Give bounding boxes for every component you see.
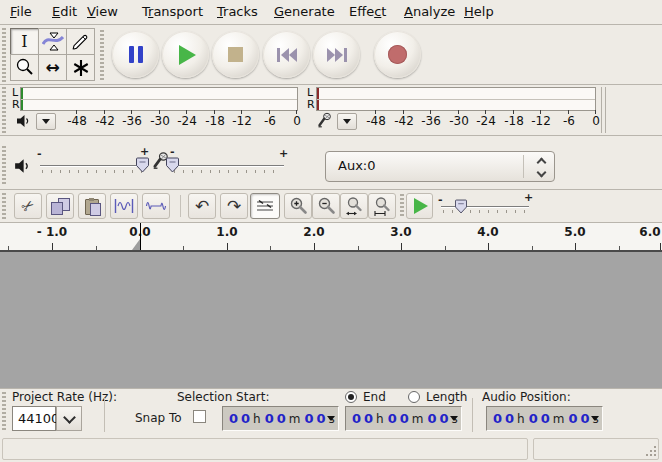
zoom-in-icon: [289, 197, 308, 215]
fit-selection-button[interactable]: [340, 193, 368, 219]
audio-position-time-field[interactable]: 00h 00m 00s: [486, 406, 603, 431]
undo-button[interactable]: ↶: [188, 193, 216, 219]
menu-generate[interactable]: Generate: [272, 0, 337, 24]
selection-start-time-field[interactable]: 00h 00m 00s: [222, 406, 339, 431]
snap-to-label: Snap To: [135, 411, 182, 425]
zoom-tool-button[interactable]: [10, 54, 39, 81]
spinner-down-icon: [538, 169, 545, 176]
toolbar-grip[interactable]: [2, 146, 6, 184]
db-label: -36: [119, 114, 145, 128]
envelope-tool-button[interactable]: [38, 28, 67, 55]
toolbar-grip[interactable]: [2, 28, 6, 82]
double-arrow-icon: ↔: [45, 59, 59, 76]
menu-help[interactable]: Help: [462, 0, 496, 24]
speed-slider-thumb[interactable]: [455, 199, 467, 214]
toolbar-grip[interactable]: [2, 87, 6, 133]
record-button[interactable]: [374, 31, 421, 78]
input-volume-slider-thumb[interactable]: [166, 157, 179, 173]
recording-meter-dropdown-button[interactable]: [337, 113, 357, 130]
db-label: -48: [363, 114, 389, 128]
db-label: -42: [92, 114, 118, 128]
toolbar-grip[interactable]: [2, 392, 6, 430]
selection-tool-button[interactable]: I: [10, 28, 39, 55]
stop-icon: [228, 47, 243, 62]
separator: [472, 398, 473, 432]
cut-button[interactable]: ✂: [14, 193, 42, 219]
trim-icon: [113, 198, 135, 214]
trim-audio-button[interactable]: [110, 193, 138, 219]
playback-meter-right-label: R: [12, 99, 20, 111]
dropdown-arrow-icon[interactable]: [327, 416, 335, 421]
toolbar-grip[interactable]: [2, 193, 6, 219]
spinner-up-icon: [538, 159, 545, 166]
menu-edit[interactable]: Edit: [50, 0, 79, 24]
copy-button[interactable]: [46, 193, 74, 219]
dropdown-arrow-icon[interactable]: [450, 416, 458, 421]
toolbar-grip[interactable]: [400, 194, 404, 218]
speed-slider-min-label: -: [438, 193, 443, 206]
ruler-label: 4.0: [468, 225, 508, 239]
output-volume-slider[interactable]: [40, 165, 148, 167]
toolbar-grip[interactable]: [100, 30, 104, 80]
menu-analyze[interactable]: Analyze: [402, 0, 457, 24]
zoom-out-button[interactable]: [312, 193, 340, 219]
selection-end-time-field[interactable]: 00h 00m 00s: [345, 406, 462, 431]
radio-end[interactable]: [345, 391, 357, 403]
speaker-icon: [14, 158, 31, 174]
menu-view[interactable]: View: [85, 0, 120, 24]
stop-button[interactable]: [212, 31, 259, 78]
playback-meter-dropdown-button[interactable]: [36, 113, 56, 130]
microphone-icon: [317, 112, 332, 128]
radio-length[interactable]: [408, 391, 420, 403]
input-source-select[interactable]: Aux:0: [325, 151, 555, 182]
db-label: -18: [202, 114, 228, 128]
play-icon: [179, 45, 196, 65]
menu-tracks[interactable]: Tracks: [215, 0, 260, 24]
edit-cursor: [140, 223, 141, 250]
silence-audio-button[interactable]: [142, 193, 170, 219]
project-rate-field[interactable]: 44100: [12, 406, 56, 431]
dropdown-arrow-icon[interactable]: [591, 416, 599, 421]
record-icon: [388, 45, 407, 64]
zoom-out-icon: [317, 197, 336, 215]
draw-tool-button[interactable]: [66, 28, 95, 55]
radio-length-label[interactable]: Length: [426, 390, 467, 404]
dropdown-arrow-icon: [42, 119, 50, 124]
playback-meter[interactable]: [20, 87, 298, 111]
db-label: -12: [229, 114, 255, 128]
timeshift-tool-button[interactable]: ↔: [38, 54, 67, 81]
db-label: -24: [174, 114, 200, 128]
play-button[interactable]: [162, 31, 209, 78]
project-rate-label: Project Rate (Hz):: [12, 390, 117, 404]
skip-to-end-button[interactable]: [313, 31, 360, 78]
play-at-speed-button[interactable]: [406, 193, 433, 219]
db-label: -30: [446, 114, 472, 128]
paste-icon: [85, 198, 100, 215]
separator: [0, 84, 662, 85]
fit-project-button[interactable]: [368, 193, 396, 219]
project-rate-value: 44100: [18, 411, 59, 426]
sync-lock-icon: [255, 199, 275, 213]
radio-end-label[interactable]: End: [363, 390, 386, 404]
separator: [0, 388, 662, 389]
track-panel[interactable]: [0, 252, 662, 388]
snap-to-checkbox[interactable]: [193, 410, 206, 423]
output-volume-slider-thumb[interactable]: [136, 157, 149, 173]
zoom-in-button[interactable]: [284, 193, 312, 219]
ruler-label: 6.0: [630, 225, 662, 239]
menu-effect[interactable]: Effect: [347, 0, 388, 24]
input-volume-max-label: +: [279, 147, 288, 160]
skip-to-start-button[interactable]: [263, 31, 310, 78]
menu-file[interactable]: File: [8, 0, 34, 24]
input-volume-slider[interactable]: [172, 165, 284, 167]
menu-transport[interactable]: Transport: [140, 0, 205, 24]
recording-meter[interactable]: [316, 87, 596, 111]
multi-tool-button[interactable]: [66, 54, 95, 81]
project-rate-dropdown-button[interactable]: [56, 406, 82, 431]
redo-button[interactable]: ↷: [220, 193, 248, 219]
pause-button[interactable]: [112, 31, 159, 78]
fit-selection-icon: [345, 197, 364, 216]
paste-button[interactable]: [78, 193, 106, 219]
sync-lock-tracks-button[interactable]: [250, 193, 280, 219]
redo-icon: ↷: [227, 198, 241, 215]
